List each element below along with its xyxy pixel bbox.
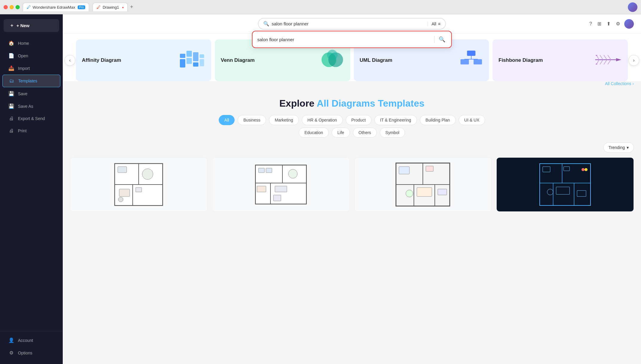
carousel-prev-button[interactable]: ‹: [65, 55, 75, 66]
main-content: 🔍 All ≡ 🔍: [63, 14, 641, 364]
search-divider: [434, 36, 435, 43]
filter-building[interactable]: Building Plan: [420, 115, 456, 125]
filter-symbol[interactable]: Symbol: [380, 128, 405, 138]
diagram-card-affinity[interactable]: Affinity Diagram: [76, 39, 211, 81]
search-container: 🔍 All ≡ 🔍: [258, 18, 446, 30]
svg-point-67: [547, 189, 553, 195]
template-card-img-1: [70, 158, 207, 211]
new-button[interactable]: ＋ + New: [4, 19, 59, 32]
drawing-tab-icon: 🖊: [97, 5, 101, 10]
svg-point-35: [142, 169, 153, 179]
search-dropdown-input[interactable]: [257, 37, 431, 42]
search-submit-button[interactable]: 🔍: [437, 35, 446, 44]
save-icon: 💾: [8, 91, 14, 96]
app-tab-label: Wondershare EdrawMax: [33, 5, 75, 10]
maximize-btn[interactable]: [16, 5, 20, 9]
explore-title-plain: Explore: [279, 98, 317, 109]
filter-row: All Business Marketing HR & Operation Pr…: [63, 109, 641, 125]
svg-rect-40: [256, 165, 282, 183]
svg-rect-59: [438, 189, 447, 195]
sidebar-item-home[interactable]: 🏠 Home: [2, 37, 60, 49]
user-avatar[interactable]: [628, 2, 637, 12]
template-card-4[interactable]: [496, 157, 634, 212]
export-icon: 🖨: [8, 116, 14, 121]
svg-rect-47: [257, 186, 266, 192]
svg-rect-55: [399, 167, 409, 174]
help-button[interactable]: ?: [588, 20, 593, 28]
tab-bar: 🖊 Wondershare EdrawMax Pro 🖊 Drawing1 ● …: [23, 3, 625, 11]
filter-education[interactable]: Education: [299, 128, 329, 138]
svg-rect-13: [461, 59, 469, 64]
browser-actions: [628, 2, 637, 12]
grid-button[interactable]: ⊞: [596, 20, 602, 28]
share-button[interactable]: ⬆: [605, 20, 612, 28]
sidebar-item-label: Open: [18, 53, 28, 58]
search-input[interactable]: [272, 21, 425, 26]
filter-uiux[interactable]: UI & UX: [459, 115, 485, 125]
svg-line-21: [604, 55, 607, 60]
svg-point-70: [585, 168, 588, 171]
close-btn[interactable]: [4, 5, 8, 9]
filter-row-2: Education Life Others Symbol: [63, 125, 641, 138]
svg-rect-66: [564, 167, 570, 171]
settings-button[interactable]: ⚙: [615, 20, 621, 28]
sidebar-item-account[interactable]: 👤 Account: [2, 334, 60, 346]
trending-dropdown[interactable]: Trending ▾: [603, 142, 634, 153]
svg-rect-37: [136, 188, 142, 192]
filter-life[interactable]: Life: [332, 128, 350, 138]
diagram-card-fishbone[interactable]: Fishbone Diagram: [492, 39, 628, 81]
filter-others[interactable]: Others: [353, 128, 377, 138]
minimize-btn[interactable]: [10, 5, 14, 9]
user-avatar-topbar[interactable]: [624, 19, 634, 29]
templates-icon: 🗂: [9, 78, 15, 84]
template-card-img-3: [355, 158, 492, 211]
sidebar-item-label: Print: [18, 128, 27, 133]
sidebar-item-options[interactable]: ⚙ Options: [2, 347, 60, 359]
help-icon: ?: [589, 21, 592, 26]
search-icon: 🔍: [263, 21, 269, 27]
sidebar-item-save[interactable]: 💾 Save: [2, 87, 60, 100]
account-icon: 👤: [8, 337, 14, 343]
sidebar-item-label: Save As: [18, 104, 33, 109]
sidebar-nav: 🏠 Home 📄 Open 📥 Import 🗂 Templates 💾 Sav…: [0, 36, 63, 331]
filter-hr[interactable]: HR & Operation: [302, 115, 343, 125]
drawing-tab-close[interactable]: ●: [122, 6, 124, 9]
svg-rect-44: [258, 168, 264, 173]
sidebar-item-open[interactable]: 📄 Open: [2, 50, 60, 62]
template-card-1[interactable]: [70, 157, 207, 212]
filter-product[interactable]: Product: [346, 115, 371, 125]
new-tab-button[interactable]: +: [130, 4, 133, 10]
sidebar-item-label: Options: [18, 351, 32, 355]
sidebar-item-import[interactable]: 📥 Import: [2, 62, 60, 74]
svg-rect-1: [180, 59, 185, 67]
all-filter-dropdown[interactable]: All ≡: [428, 21, 440, 26]
sidebar-item-export[interactable]: 🖨 Export & Send: [2, 113, 60, 125]
open-icon: 📄: [8, 53, 14, 59]
all-filter-label: All: [432, 21, 436, 26]
traffic-lights: [4, 5, 20, 9]
filter-it[interactable]: IT & Engineering: [374, 115, 417, 125]
filter-marketing[interactable]: Marketing: [269, 115, 299, 125]
sidebar-item-label: Export & Send: [18, 116, 45, 121]
chevron-right-icon: ›: [633, 58, 634, 63]
filter-menu-icon: ≡: [438, 21, 440, 26]
svg-rect-2: [186, 51, 192, 57]
svg-line-25: [604, 60, 607, 64]
template-card-3[interactable]: [354, 157, 492, 212]
sidebar-item-save-as[interactable]: 💾 Save As: [2, 100, 60, 112]
filter-business[interactable]: Business: [238, 115, 266, 125]
pro-badge: Pro: [78, 5, 85, 9]
filter-all[interactable]: All: [219, 115, 235, 125]
sidebar-item-print[interactable]: 🖨 Print: [2, 125, 60, 137]
sidebar-item-templates[interactable]: 🗂 Templates: [2, 75, 60, 87]
template-card-2[interactable]: [212, 157, 350, 212]
svg-line-26: [608, 60, 611, 64]
all-collections-label: All Collections: [605, 81, 631, 86]
app-tab-edrawmax[interactable]: 🖊 Wondershare EdrawMax Pro: [23, 3, 89, 11]
drawing-tab[interactable]: 🖊 Drawing1 ●: [93, 3, 128, 11]
carousel-next-button[interactable]: ›: [628, 55, 639, 66]
search-submit-icon: 🔍: [439, 36, 445, 42]
sidebar-item-label: Save: [18, 91, 27, 96]
svg-point-69: [582, 168, 585, 171]
all-collections-link[interactable]: All Collections ›: [63, 81, 641, 88]
